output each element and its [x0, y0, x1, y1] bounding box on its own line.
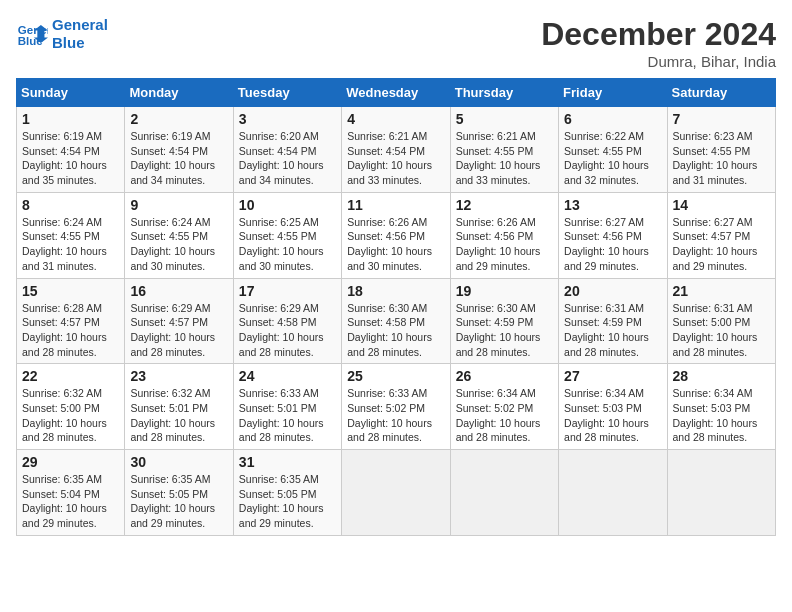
day-number: 28	[673, 368, 770, 384]
col-sunday: Sunday	[17, 79, 125, 107]
month-title: December 2024	[541, 16, 776, 53]
table-row	[667, 450, 775, 536]
table-row: 10Sunrise: 6:25 AMSunset: 4:55 PMDayligh…	[233, 192, 341, 278]
logo-general: General	[52, 16, 108, 34]
table-row: 13Sunrise: 6:27 AMSunset: 4:56 PMDayligh…	[559, 192, 667, 278]
day-number: 6	[564, 111, 661, 127]
day-number: 4	[347, 111, 444, 127]
col-friday: Friday	[559, 79, 667, 107]
day-number: 13	[564, 197, 661, 213]
day-info: Sunrise: 6:26 AMSunset: 4:56 PMDaylight:…	[347, 216, 432, 272]
day-number: 23	[130, 368, 227, 384]
day-info: Sunrise: 6:24 AMSunset: 4:55 PMDaylight:…	[22, 216, 107, 272]
logo-blue: Blue	[52, 34, 108, 52]
day-number: 25	[347, 368, 444, 384]
col-thursday: Thursday	[450, 79, 558, 107]
day-info: Sunrise: 6:27 AMSunset: 4:57 PMDaylight:…	[673, 216, 758, 272]
table-row: 22Sunrise: 6:32 AMSunset: 5:00 PMDayligh…	[17, 364, 125, 450]
day-info: Sunrise: 6:21 AMSunset: 4:55 PMDaylight:…	[456, 130, 541, 186]
day-number: 19	[456, 283, 553, 299]
day-number: 7	[673, 111, 770, 127]
day-number: 9	[130, 197, 227, 213]
table-row	[342, 450, 450, 536]
day-info: Sunrise: 6:20 AMSunset: 4:54 PMDaylight:…	[239, 130, 324, 186]
day-info: Sunrise: 6:23 AMSunset: 4:55 PMDaylight:…	[673, 130, 758, 186]
day-info: Sunrise: 6:29 AMSunset: 4:58 PMDaylight:…	[239, 302, 324, 358]
day-number: 24	[239, 368, 336, 384]
day-info: Sunrise: 6:35 AMSunset: 5:05 PMDaylight:…	[239, 473, 324, 529]
day-number: 2	[130, 111, 227, 127]
table-row: 7Sunrise: 6:23 AMSunset: 4:55 PMDaylight…	[667, 107, 775, 193]
day-number: 18	[347, 283, 444, 299]
day-info: Sunrise: 6:35 AMSunset: 5:04 PMDaylight:…	[22, 473, 107, 529]
day-info: Sunrise: 6:34 AMSunset: 5:02 PMDaylight:…	[456, 387, 541, 443]
table-row: 29Sunrise: 6:35 AMSunset: 5:04 PMDayligh…	[17, 450, 125, 536]
table-row: 25Sunrise: 6:33 AMSunset: 5:02 PMDayligh…	[342, 364, 450, 450]
day-info: Sunrise: 6:32 AMSunset: 5:01 PMDaylight:…	[130, 387, 215, 443]
day-number: 1	[22, 111, 119, 127]
day-info: Sunrise: 6:27 AMSunset: 4:56 PMDaylight:…	[564, 216, 649, 272]
day-info: Sunrise: 6:34 AMSunset: 5:03 PMDaylight:…	[673, 387, 758, 443]
day-number: 14	[673, 197, 770, 213]
day-number: 10	[239, 197, 336, 213]
day-number: 5	[456, 111, 553, 127]
table-row: 24Sunrise: 6:33 AMSunset: 5:01 PMDayligh…	[233, 364, 341, 450]
day-number: 12	[456, 197, 553, 213]
day-info: Sunrise: 6:29 AMSunset: 4:57 PMDaylight:…	[130, 302, 215, 358]
table-row: 12Sunrise: 6:26 AMSunset: 4:56 PMDayligh…	[450, 192, 558, 278]
day-info: Sunrise: 6:28 AMSunset: 4:57 PMDaylight:…	[22, 302, 107, 358]
day-number: 16	[130, 283, 227, 299]
table-row: 21Sunrise: 6:31 AMSunset: 5:00 PMDayligh…	[667, 278, 775, 364]
day-info: Sunrise: 6:21 AMSunset: 4:54 PMDaylight:…	[347, 130, 432, 186]
day-number: 8	[22, 197, 119, 213]
day-info: Sunrise: 6:19 AMSunset: 4:54 PMDaylight:…	[130, 130, 215, 186]
day-number: 29	[22, 454, 119, 470]
table-row: 31Sunrise: 6:35 AMSunset: 5:05 PMDayligh…	[233, 450, 341, 536]
title-block: December 2024 Dumra, Bihar, India	[541, 16, 776, 70]
day-number: 20	[564, 283, 661, 299]
table-row: 20Sunrise: 6:31 AMSunset: 4:59 PMDayligh…	[559, 278, 667, 364]
calendar-table: Sunday Monday Tuesday Wednesday Thursday…	[16, 78, 776, 536]
table-row: 30Sunrise: 6:35 AMSunset: 5:05 PMDayligh…	[125, 450, 233, 536]
table-row: 9Sunrise: 6:24 AMSunset: 4:55 PMDaylight…	[125, 192, 233, 278]
day-info: Sunrise: 6:22 AMSunset: 4:55 PMDaylight:…	[564, 130, 649, 186]
table-row: 16Sunrise: 6:29 AMSunset: 4:57 PMDayligh…	[125, 278, 233, 364]
table-row: 6Sunrise: 6:22 AMSunset: 4:55 PMDaylight…	[559, 107, 667, 193]
logo-icon: General Blue	[16, 18, 48, 50]
day-info: Sunrise: 6:30 AMSunset: 4:59 PMDaylight:…	[456, 302, 541, 358]
col-tuesday: Tuesday	[233, 79, 341, 107]
table-row: 4Sunrise: 6:21 AMSunset: 4:54 PMDaylight…	[342, 107, 450, 193]
col-saturday: Saturday	[667, 79, 775, 107]
day-info: Sunrise: 6:31 AMSunset: 5:00 PMDaylight:…	[673, 302, 758, 358]
col-monday: Monday	[125, 79, 233, 107]
day-info: Sunrise: 6:32 AMSunset: 5:00 PMDaylight:…	[22, 387, 107, 443]
day-number: 22	[22, 368, 119, 384]
col-wednesday: Wednesday	[342, 79, 450, 107]
page-header: General Blue General Blue December 2024 …	[16, 16, 776, 70]
table-row: 15Sunrise: 6:28 AMSunset: 4:57 PMDayligh…	[17, 278, 125, 364]
table-row	[450, 450, 558, 536]
day-info: Sunrise: 6:31 AMSunset: 4:59 PMDaylight:…	[564, 302, 649, 358]
day-info: Sunrise: 6:33 AMSunset: 5:02 PMDaylight:…	[347, 387, 432, 443]
table-row: 28Sunrise: 6:34 AMSunset: 5:03 PMDayligh…	[667, 364, 775, 450]
day-number: 11	[347, 197, 444, 213]
day-number: 17	[239, 283, 336, 299]
table-row: 26Sunrise: 6:34 AMSunset: 5:02 PMDayligh…	[450, 364, 558, 450]
day-number: 31	[239, 454, 336, 470]
table-row: 27Sunrise: 6:34 AMSunset: 5:03 PMDayligh…	[559, 364, 667, 450]
table-row	[559, 450, 667, 536]
table-row: 8Sunrise: 6:24 AMSunset: 4:55 PMDaylight…	[17, 192, 125, 278]
table-row: 18Sunrise: 6:30 AMSunset: 4:58 PMDayligh…	[342, 278, 450, 364]
day-info: Sunrise: 6:34 AMSunset: 5:03 PMDaylight:…	[564, 387, 649, 443]
day-info: Sunrise: 6:35 AMSunset: 5:05 PMDaylight:…	[130, 473, 215, 529]
day-number: 30	[130, 454, 227, 470]
day-number: 21	[673, 283, 770, 299]
table-row: 2Sunrise: 6:19 AMSunset: 4:54 PMDaylight…	[125, 107, 233, 193]
day-info: Sunrise: 6:33 AMSunset: 5:01 PMDaylight:…	[239, 387, 324, 443]
table-row: 17Sunrise: 6:29 AMSunset: 4:58 PMDayligh…	[233, 278, 341, 364]
table-row: 3Sunrise: 6:20 AMSunset: 4:54 PMDaylight…	[233, 107, 341, 193]
day-number: 27	[564, 368, 661, 384]
day-number: 26	[456, 368, 553, 384]
table-row: 19Sunrise: 6:30 AMSunset: 4:59 PMDayligh…	[450, 278, 558, 364]
table-row: 5Sunrise: 6:21 AMSunset: 4:55 PMDaylight…	[450, 107, 558, 193]
